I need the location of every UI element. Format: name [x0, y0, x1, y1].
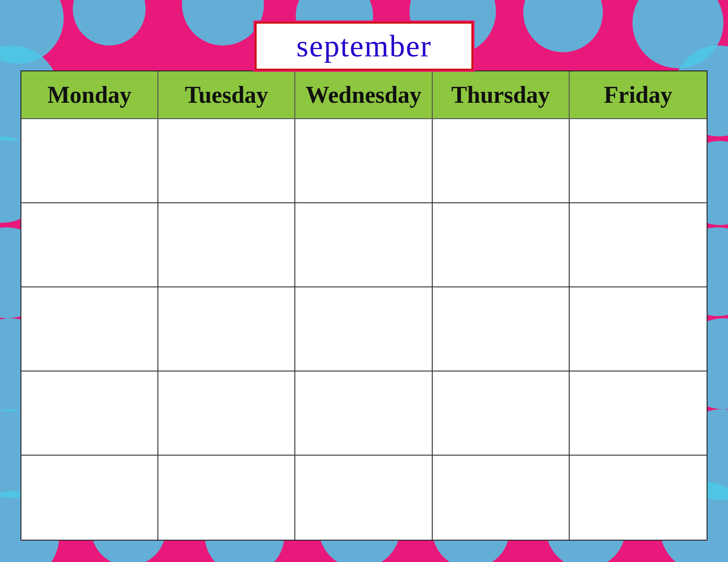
- calendar-row: [21, 287, 707, 371]
- calendar-cell[interactable]: [158, 456, 295, 540]
- calendar-cell[interactable]: [158, 371, 295, 456]
- calendar-cell[interactable]: [570, 203, 707, 287]
- calendar-cell[interactable]: [295, 371, 432, 456]
- background: september MondayTuesdayWednesdayThursday…: [0, 0, 728, 562]
- calendar-wrapper: september MondayTuesdayWednesdayThursday…: [20, 22, 708, 541]
- day-headers: MondayTuesdayWednesdayThursdayFriday: [21, 71, 707, 119]
- calendar-cell[interactable]: [433, 119, 570, 203]
- calendar-cell[interactable]: [295, 456, 432, 540]
- calendar-cell[interactable]: [433, 287, 570, 371]
- calendar-cell[interactable]: [295, 203, 432, 287]
- calendar-row: [21, 203, 707, 287]
- calendar-row: [21, 119, 707, 203]
- calendar-cell[interactable]: [295, 119, 432, 203]
- calendar-cell[interactable]: [21, 119, 158, 203]
- calendar-cell[interactable]: [158, 203, 295, 287]
- calendar-row: [21, 456, 707, 540]
- day-header-monday: Monday: [21, 71, 158, 119]
- day-header-wednesday: Wednesday: [295, 71, 432, 119]
- title-box: september: [255, 22, 473, 70]
- calendar-cell[interactable]: [21, 371, 158, 456]
- calendar-cell[interactable]: [21, 287, 158, 371]
- calendar-table: MondayTuesdayWednesdayThursdayFriday: [20, 70, 708, 541]
- calendar-cell[interactable]: [433, 371, 570, 456]
- calendar-rows: [21, 119, 707, 540]
- calendar-cell[interactable]: [570, 287, 707, 371]
- day-header-tuesday: Tuesday: [158, 71, 295, 119]
- calendar-cell[interactable]: [570, 456, 707, 540]
- calendar-cell[interactable]: [21, 203, 158, 287]
- calendar-cell[interactable]: [433, 203, 570, 287]
- calendar-cell[interactable]: [158, 287, 295, 371]
- calendar-cell[interactable]: [21, 456, 158, 540]
- calendar-cell[interactable]: [570, 371, 707, 456]
- month-title: september: [296, 29, 431, 63]
- calendar-row: [21, 371, 707, 456]
- day-header-thursday: Thursday: [433, 71, 570, 119]
- calendar-cell[interactable]: [295, 287, 432, 371]
- calendar-cell[interactable]: [158, 119, 295, 203]
- day-header-friday: Friday: [570, 71, 707, 119]
- calendar-cell[interactable]: [570, 119, 707, 203]
- calendar-cell[interactable]: [433, 456, 570, 540]
